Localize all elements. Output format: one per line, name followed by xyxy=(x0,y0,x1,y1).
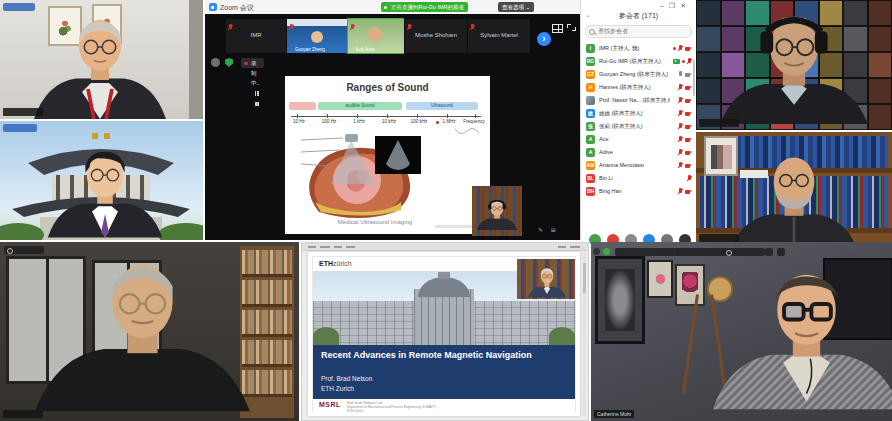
presenter-pip-video[interactable] xyxy=(472,186,522,236)
laser-pointer-dot xyxy=(436,121,439,124)
ultrasound-band: Ultrasound xyxy=(406,102,478,110)
gallery-view-icon[interactable] xyxy=(552,24,563,33)
speaker-person xyxy=(35,250,250,421)
participant-row[interactable]: I IMR (主持人, 我) xyxy=(581,42,696,55)
view-options-chip[interactable] xyxy=(723,248,765,256)
avatar: 张 xyxy=(586,122,595,131)
camera-off-icon xyxy=(685,163,692,168)
camera-off-icon xyxy=(685,189,692,194)
screenshot-canvas: Zoom 会议 正在直播到Rui-Gu IMR的频道 查看选项 ⌄ IMR Gu… xyxy=(0,0,892,421)
slide-affiliation: ETH Zurich xyxy=(321,385,354,392)
panel-window-controls[interactable]: –❐✕ xyxy=(660,2,691,10)
avatar: 姚 xyxy=(586,109,595,118)
frequency-axis xyxy=(291,116,481,117)
speaker-person xyxy=(709,260,892,421)
participant-row[interactable]: RG Rui-Gu IMR (联席主持人) xyxy=(581,55,696,68)
freq-tick-label: 100 kHz xyxy=(411,119,428,124)
participant-name: Prof. Nassir Na... (联席主持人) xyxy=(599,97,670,104)
participant-name: Bin Li xyxy=(599,175,670,181)
tile-name: IMR xyxy=(226,32,286,38)
meeting-watermark-chip xyxy=(3,124,37,132)
filmstrip-tile-video[interactable]: Guoyan Zheng xyxy=(286,18,348,54)
easel xyxy=(682,294,699,393)
camera-off-icon xyxy=(685,137,692,142)
infrasound-band xyxy=(289,102,316,110)
camera-off-icon xyxy=(685,111,692,116)
stop-recording-button[interactable] xyxy=(254,101,259,106)
camera-icon xyxy=(685,72,692,77)
freq-tick-label: 100 Hz xyxy=(322,119,336,124)
search-input[interactable] xyxy=(598,26,686,36)
participant-row[interactable]: 姚 姚姚 (联席主持人) xyxy=(581,107,696,120)
speaker-pip-video[interactable] xyxy=(517,259,575,299)
fullscreen-icon[interactable] xyxy=(567,24,576,31)
audio-on-indicator xyxy=(603,248,610,255)
mic-muted-icon xyxy=(678,84,683,91)
mic-muted-icon xyxy=(289,24,294,31)
participant-name: Bing Han xyxy=(599,188,670,194)
avatar: GZ xyxy=(586,70,595,79)
participant-search-box[interactable] xyxy=(585,25,692,38)
participant-name-label xyxy=(3,108,43,116)
mic-muted-icon xyxy=(678,188,683,195)
pause-recording-button[interactable] xyxy=(254,91,259,96)
minimize-button[interactable] xyxy=(765,248,773,256)
eth-title-slide: ETHzürich Recent Advances in Remote Magn… xyxy=(312,256,576,412)
avatar: I xyxy=(586,44,595,53)
panel-scrollbar[interactable] xyxy=(693,60,695,96)
framed-artwork xyxy=(647,260,673,298)
participant-row[interactable]: Prof. Nassir Na... (联席主持人) xyxy=(581,94,696,107)
participant-row[interactable]: AM Arianna Menciassi xyxy=(581,159,696,172)
mic-muted-icon xyxy=(687,58,692,65)
filmstrip-tile[interactable]: Sylvain Martel xyxy=(467,18,531,54)
slide-title: Recent Advances in Remote Magnetic Navig… xyxy=(321,350,567,360)
gear-icon xyxy=(726,250,732,256)
participant-name: IMR (主持人, 我) xyxy=(599,45,670,52)
wall-shadow xyxy=(189,0,203,119)
filmstrip-next-page-button[interactable]: › xyxy=(537,32,551,46)
mic-muted-icon xyxy=(228,24,233,31)
avatar-photo xyxy=(586,96,595,105)
freq-axis-label: Frequency xyxy=(463,119,484,124)
participant-name: Adive xyxy=(599,149,670,155)
participant-name: 姚姚 (联席主持人) xyxy=(599,110,670,117)
participant-row[interactable]: BH Bing Han xyxy=(581,185,696,198)
search-icon xyxy=(589,29,595,35)
avatar: RG xyxy=(586,57,595,66)
view-options-dropdown[interactable]: 查看选项 ⌄ xyxy=(498,2,534,12)
participant-name-label xyxy=(3,410,43,418)
avatar: BH xyxy=(586,187,595,196)
participant-row[interactable]: A Adive xyxy=(581,146,696,159)
participant-row[interactable]: GZ Guoyan Zheng (联席主持人) xyxy=(581,68,696,81)
msrl-logo: MSRL xyxy=(319,401,341,408)
annotation-squiggle xyxy=(453,125,481,139)
participant-row[interactable]: BL Bin Li xyxy=(581,172,696,185)
mic-icon xyxy=(678,71,683,78)
camera-off-icon xyxy=(685,85,692,90)
participant-name-label xyxy=(699,119,739,127)
speaker-person xyxy=(714,4,874,130)
annotation-toolbar-icons[interactable]: ✎ ⊞ xyxy=(538,226,559,233)
status-icon xyxy=(593,248,600,255)
participants-title: 参会者 (171) xyxy=(581,11,696,21)
audio-status-icon[interactable] xyxy=(211,58,220,67)
filmstrip-tile[interactable]: IMR xyxy=(225,18,287,54)
filmstrip-tile-video-active[interactable]: Koji Ikuta xyxy=(347,18,405,54)
speaker-person xyxy=(25,14,175,119)
fetal-ultrasound-inset-image xyxy=(375,136,421,174)
participant-row[interactable]: H Hannes (联席主持人) xyxy=(581,81,696,94)
exit-button[interactable] xyxy=(777,248,785,256)
view-options-chip[interactable] xyxy=(4,246,44,254)
video-feed-mid-right xyxy=(696,132,892,245)
participant-name: Arianna Menciassi xyxy=(599,162,670,168)
camera-off-icon xyxy=(685,124,692,129)
presentation-window: ETHzürich Recent Advances in Remote Magn… xyxy=(301,242,589,421)
streaming-status-chip xyxy=(677,248,725,256)
shared-screen-slide: Ranges of Sound audible Sound Ultrasound… xyxy=(285,76,490,234)
filmstrip-tile[interactable]: Moshe Shoham xyxy=(404,18,468,54)
security-shield-icon[interactable] xyxy=(225,58,233,67)
camera-off-icon xyxy=(685,46,692,51)
zoom-meeting-window: Zoom 会议 正在直播到Rui-Gu IMR的频道 查看选项 ⌄ IMR Gu… xyxy=(205,0,580,240)
participant-row[interactable]: 张 张莉 (联席主持人) xyxy=(581,120,696,133)
participant-row[interactable]: A Ace xyxy=(581,133,696,146)
